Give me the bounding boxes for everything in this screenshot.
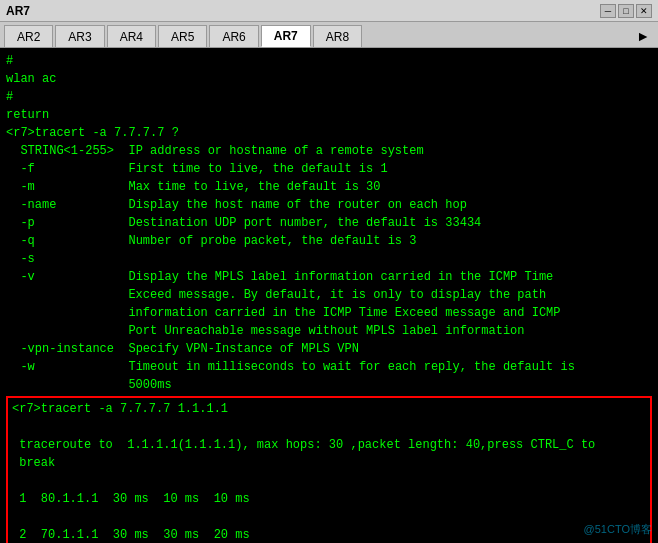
title-bar: AR7 ─ □ ✕ (0, 0, 658, 22)
tab-ar2[interactable]: AR2 (4, 25, 53, 47)
watermark: @51CTO博客 (584, 521, 652, 538)
tracert-result-output: <r7>tracert -a 7.7.7.7 1.1.1.1 tracerout… (12, 400, 646, 543)
tracert-result-section: <r7>tracert -a 7.7.7.7 1.1.1.1 tracerout… (6, 396, 652, 543)
tab-ar8[interactable]: AR8 (313, 25, 362, 47)
window-title: AR7 (6, 4, 30, 18)
tab-scroll-right[interactable]: ► (632, 25, 654, 47)
minimize-button[interactable]: ─ (600, 4, 616, 18)
tab-bar: AR2 AR3 AR4 AR5 AR6 AR7 AR8 ► (0, 22, 658, 48)
tab-ar4[interactable]: AR4 (107, 25, 156, 47)
tab-ar3[interactable]: AR3 (55, 25, 104, 47)
tab-ar5[interactable]: AR5 (158, 25, 207, 47)
terminal-area[interactable]: # wlan ac # return <r7>tracert -a 7.7.7.… (0, 48, 658, 543)
terminal-output-before: # wlan ac # return <r7>tracert -a 7.7.7.… (6, 52, 652, 394)
tab-ar7[interactable]: AR7 (261, 25, 311, 47)
window-controls: ─ □ ✕ (600, 4, 652, 18)
close-button[interactable]: ✕ (636, 4, 652, 18)
maximize-button[interactable]: □ (618, 4, 634, 18)
tab-ar6[interactable]: AR6 (209, 25, 258, 47)
